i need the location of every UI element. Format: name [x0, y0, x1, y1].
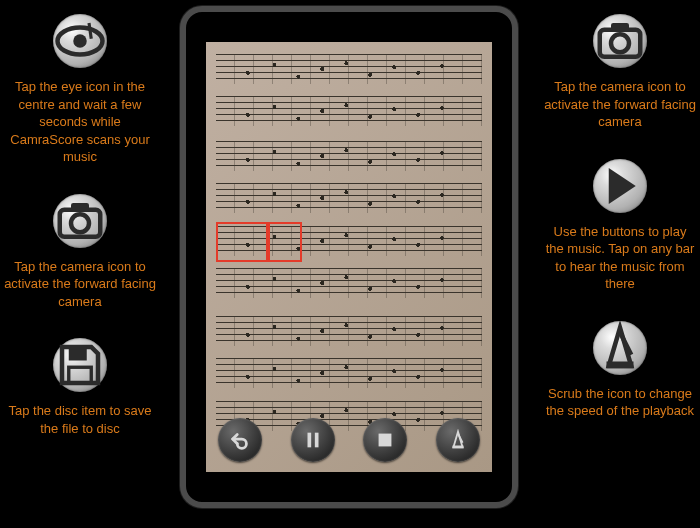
feature-save-text: Tap the disc item to save the file to di…	[0, 402, 160, 437]
tablet-screen[interactable]	[206, 42, 492, 472]
back-button[interactable]	[218, 418, 262, 462]
svg-point-8	[611, 34, 629, 52]
feature-play: Use the buttons to play the music. Tap o…	[540, 159, 700, 293]
metronome-button[interactable]	[436, 418, 480, 462]
svg-rect-4	[71, 203, 89, 212]
feature-scan-text: Tap the eye icon in the centre and wait …	[0, 78, 160, 166]
feature-camera-left: Tap the camera icon to activate the forw…	[0, 194, 160, 311]
feature-metronome: Scrub the icon to change the speed of th…	[540, 321, 700, 420]
metronome-icon	[593, 321, 647, 375]
feature-camera-right: Tap the camera icon to activate the forw…	[540, 14, 700, 131]
svg-rect-6	[69, 368, 92, 384]
feature-save: Tap the disc item to save the file to di…	[0, 338, 160, 437]
pause-button[interactable]	[291, 418, 335, 462]
feature-camera-right-text: Tap the camera icon to activate the forw…	[540, 78, 700, 131]
eye-note-icon	[53, 14, 107, 68]
feature-scan: Tap the eye icon in the centre and wait …	[0, 14, 160, 166]
svg-rect-16	[452, 446, 463, 449]
play-icon	[593, 159, 647, 213]
feature-camera-left-text: Tap the camera icon to activate the forw…	[0, 258, 160, 311]
svg-rect-13	[314, 433, 318, 448]
right-feature-column: Tap the camera icon to activate the forw…	[540, 0, 700, 528]
svg-rect-9	[611, 23, 629, 32]
camera-icon	[53, 194, 107, 248]
feature-play-text: Use the buttons to play the music. Tap o…	[540, 223, 700, 293]
svg-point-1	[73, 34, 87, 48]
sheet-music[interactable]	[206, 42, 492, 472]
feature-metronome-text: Scrub the icon to change the speed of th…	[540, 385, 700, 420]
svg-rect-5	[69, 347, 87, 361]
bar-highlight[interactable]	[216, 222, 268, 262]
stop-button[interactable]	[363, 418, 407, 462]
left-feature-column: Tap the eye icon in the centre and wait …	[0, 0, 160, 528]
svg-rect-14	[379, 434, 392, 447]
camera-icon	[593, 14, 647, 68]
playback-controls	[214, 414, 484, 466]
svg-point-3	[71, 214, 89, 232]
svg-rect-12	[307, 433, 311, 448]
tablet-device	[180, 6, 518, 508]
svg-rect-11	[607, 361, 634, 368]
save-icon	[53, 338, 107, 392]
bar-highlight[interactable]	[268, 222, 302, 262]
